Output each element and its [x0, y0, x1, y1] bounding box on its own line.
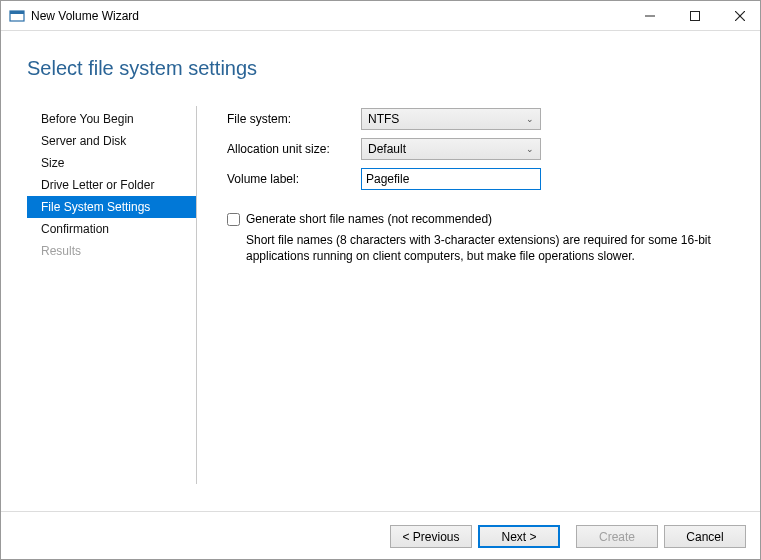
step-results: Results [27, 240, 196, 262]
step-file-system-settings[interactable]: File System Settings [27, 196, 196, 218]
wizard-steps-sidebar: Before You Begin Server and Disk Size Dr… [27, 106, 197, 484]
chevron-down-icon: ⌄ [526, 114, 534, 124]
create-button[interactable]: Create [576, 525, 658, 548]
volume-label-label: Volume label: [227, 172, 361, 186]
short-names-label: Generate short file names (not recommend… [246, 212, 492, 226]
allocation-label: Allocation unit size: [227, 142, 361, 156]
step-server-and-disk[interactable]: Server and Disk [27, 130, 196, 152]
window-title: New Volume Wizard [31, 9, 627, 23]
step-size[interactable]: Size [27, 152, 196, 174]
step-confirmation[interactable]: Confirmation [27, 218, 196, 240]
previous-button[interactable]: < Previous [390, 525, 472, 548]
close-button[interactable] [717, 1, 761, 30]
window-controls [627, 1, 761, 30]
title-bar: New Volume Wizard [1, 1, 761, 31]
volume-label-input[interactable] [361, 168, 541, 190]
file-system-label: File system: [227, 112, 361, 126]
file-system-dropdown[interactable]: NTFS ⌄ [361, 108, 541, 130]
short-names-checkbox[interactable] [227, 213, 240, 226]
allocation-value: Default [368, 142, 406, 156]
step-before-you-begin[interactable]: Before You Begin [27, 108, 196, 130]
settings-panel: File system: NTFS ⌄ Allocation unit size… [197, 106, 732, 484]
svg-rect-1 [10, 11, 24, 14]
page-heading: Select file system settings [27, 57, 732, 80]
app-icon [9, 8, 25, 24]
step-drive-letter[interactable]: Drive Letter or Folder [27, 174, 196, 196]
file-system-value: NTFS [368, 112, 399, 126]
maximize-button[interactable] [672, 1, 717, 30]
wizard-footer: < Previous Next > Create Cancel [1, 511, 761, 560]
cancel-button[interactable]: Cancel [664, 525, 746, 548]
next-button[interactable]: Next > [478, 525, 560, 548]
chevron-down-icon: ⌄ [526, 144, 534, 154]
short-names-help: Short file names (8 characters with 3-ch… [246, 232, 726, 264]
minimize-button[interactable] [627, 1, 672, 30]
svg-rect-3 [690, 11, 699, 20]
allocation-dropdown[interactable]: Default ⌄ [361, 138, 541, 160]
